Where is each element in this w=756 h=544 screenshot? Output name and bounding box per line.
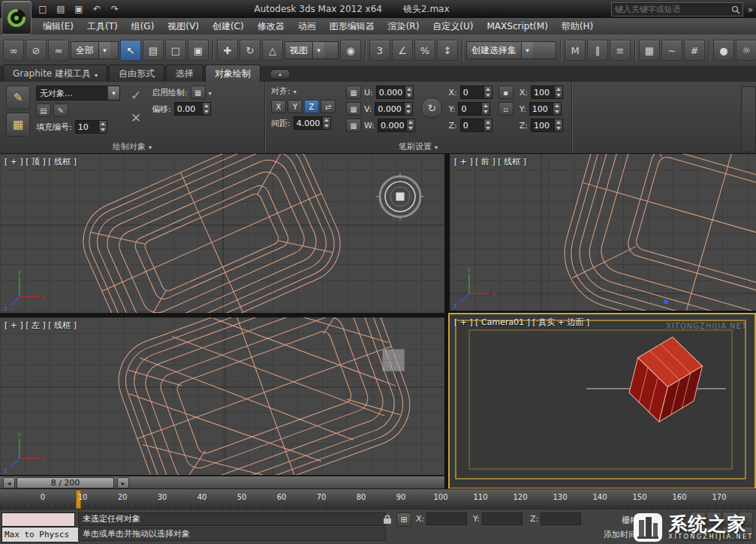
edit-object-list-icon[interactable]: ▤ xyxy=(36,104,51,117)
rotation-y-spinner[interactable]: 0 xyxy=(458,102,490,116)
maxscript-listener-field[interactable]: Max to Physcs xyxy=(2,527,80,542)
spinner-snap-icon[interactable]: ↕ xyxy=(437,40,458,61)
new-scene-icon[interactable]: □ xyxy=(35,2,51,16)
maximize-viewport-icon[interactable] xyxy=(722,527,737,541)
brush-settings-group-label[interactable]: 笔刷设置 xyxy=(265,141,571,152)
viewport-camera[interactable]: [ + ] [ Camera01 ] [ 真实 + 边面 ] XITONGZHI… xyxy=(448,313,756,489)
u-rotation-spinner[interactable]: 0.000 xyxy=(376,86,414,99)
rectangular-selection-region-icon[interactable]: □ xyxy=(165,40,186,61)
menu-help[interactable]: 帮助(H) xyxy=(555,18,600,35)
viewport-left[interactable]: [ + ] [ 左 ] [ 线框 ] xyxy=(0,317,444,475)
align-icon[interactable]: ‖ xyxy=(587,40,608,61)
select-object-icon[interactable]: ↖ xyxy=(120,40,141,61)
spinner-arrows-icon[interactable] xyxy=(554,119,562,131)
menu-group[interactable]: 组(G) xyxy=(125,18,161,35)
absolute-mode-toggle-icon[interactable]: ⊞ xyxy=(396,512,411,527)
selection-lock-icon[interactable] xyxy=(381,513,393,525)
viewport-left-label[interactable]: [ + ] [ 左 ] [ 线框 ] xyxy=(5,320,77,331)
spinner-arrows-icon[interactable] xyxy=(202,103,210,115)
angle-snap-icon[interactable]: ∠ xyxy=(392,40,413,61)
toolbar-overflow-icon[interactable]: » xyxy=(748,5,753,15)
apply-paint-icon[interactable]: ✓ xyxy=(126,86,146,105)
search-icon[interactable] xyxy=(731,5,740,14)
w-rotation-icon[interactable]: ▦ xyxy=(346,119,361,132)
menu-graph-editors[interactable]: 图形编辑器 xyxy=(323,18,381,35)
align-z-button[interactable]: Z xyxy=(304,100,319,113)
paint-fill-icon[interactable]: ▦ xyxy=(6,113,30,137)
viewport-front-label[interactable]: [ + ] [ 前 ] [ 线框 ] xyxy=(454,156,526,167)
walk-through-icon[interactable] xyxy=(738,527,753,541)
rotation-z-spinner[interactable]: 0 xyxy=(460,119,492,132)
previous-frame-icon[interactable]: ◂ xyxy=(3,477,15,488)
layer-manager-icon[interactable]: ≡ xyxy=(610,40,631,61)
viewport-front[interactable]: [ + ] [ 前 ] [ 线框 ] xyxy=(450,154,756,311)
rotation-x-spinner[interactable]: 0 xyxy=(460,86,492,99)
menu-create[interactable]: 创建(C) xyxy=(206,18,251,35)
selection-filter-dropdown[interactable]: 全部 xyxy=(71,41,119,59)
material-editor-icon[interactable]: ● xyxy=(713,40,734,61)
spinner-arrows-icon[interactable] xyxy=(98,121,107,133)
reference-coordinate-dropdown[interactable]: 视图 xyxy=(285,41,339,59)
zoom-extents-icon[interactable] xyxy=(722,512,737,526)
ribbon-minimize-button[interactable] xyxy=(270,69,291,80)
spinner-arrows-icon[interactable] xyxy=(483,119,492,131)
select-and-move-icon[interactable]: ✚ xyxy=(217,40,238,61)
pan-icon[interactable] xyxy=(691,527,706,541)
z-coordinate-field[interactable] xyxy=(541,512,581,525)
offset-spinner[interactable]: 0.00 xyxy=(174,102,211,116)
bind-to-space-warp-icon[interactable]: ≈ xyxy=(48,40,69,61)
mirror-icon[interactable]: M xyxy=(565,40,586,61)
time-slider[interactable]: ◂ 8 / 200 ▸ xyxy=(0,476,444,489)
spinner-arrows-icon[interactable] xyxy=(322,117,330,129)
menu-edit[interactable]: 编辑(E) xyxy=(36,18,80,35)
tab-freeform[interactable]: 自由形式 xyxy=(109,65,164,82)
edit-object-icon[interactable]: ✎ xyxy=(53,104,68,117)
zoom-all-icon[interactable] xyxy=(706,512,721,526)
application-menu-button[interactable] xyxy=(2,1,32,35)
snap-toggle-icon[interactable]: 3 xyxy=(369,40,390,61)
next-frame-icon[interactable]: ▸ xyxy=(117,477,129,488)
scale-lock-icon[interactable]: ▪ xyxy=(498,86,514,99)
search-input[interactable] xyxy=(611,2,743,17)
unlink-selection-icon[interactable]: ⊘ xyxy=(26,40,47,61)
fill-count-spinner[interactable]: 10 xyxy=(75,120,107,134)
w-rotation-spinner[interactable]: 0.000 xyxy=(378,119,416,132)
schematic-view-icon[interactable]: # xyxy=(684,40,705,61)
field-of-view-icon[interactable] xyxy=(738,512,753,526)
scatter-rotate-icon[interactable]: ↻ xyxy=(421,98,442,119)
spinner-arrows-icon[interactable] xyxy=(481,103,489,115)
tab-selection[interactable]: 选择 xyxy=(166,65,203,82)
u-rotation-icon[interactable]: ▦ xyxy=(346,86,361,99)
menu-views[interactable]: 视图(V) xyxy=(161,18,206,35)
zoom-icon[interactable] xyxy=(691,512,706,526)
undo-icon[interactable]: ↶ xyxy=(89,2,105,16)
select-and-rotate-icon[interactable]: ↻ xyxy=(239,40,261,61)
viewport-top-label[interactable]: [ + ] [ 顶 ] [ 线框 ] xyxy=(5,156,77,167)
time-slider-handle[interactable]: 8 / 200 xyxy=(17,477,114,488)
spinner-arrows-icon[interactable] xyxy=(554,86,562,98)
menu-customize[interactable]: 自定义(U) xyxy=(426,18,480,35)
cancel-paint-icon[interactable]: ✕ xyxy=(126,108,146,128)
menu-tools[interactable]: 工具(T) xyxy=(80,18,125,35)
add-time-tag[interactable]: 添加时间标记 xyxy=(604,529,653,540)
spinner-arrows-icon[interactable] xyxy=(405,86,413,98)
spinner-arrows-icon[interactable] xyxy=(483,86,492,98)
paint-objects-group-label[interactable]: 绘制对象 xyxy=(0,141,264,152)
paint-brush-icon[interactable]: ✎ xyxy=(6,86,30,110)
named-selection-set-dropdown[interactable]: 创建选择集 xyxy=(466,41,556,59)
scale-unlock-icon[interactable]: ▫ xyxy=(498,102,514,116)
y-coordinate-field[interactable] xyxy=(482,512,523,525)
v-rotation-icon[interactable]: ▦ xyxy=(346,102,361,116)
tab-object-paint[interactable]: 对象绘制 xyxy=(205,65,261,82)
enable-paint-button[interactable]: ▦ xyxy=(191,86,206,99)
align-x-button[interactable]: X xyxy=(271,100,286,113)
spinner-arrows-icon[interactable] xyxy=(404,103,412,115)
menu-modifiers[interactable]: 修改器 xyxy=(251,18,291,35)
scale-x-spinner[interactable]: 100 xyxy=(531,86,563,99)
menu-animation[interactable]: 动画 xyxy=(291,18,323,35)
select-by-name-icon[interactable]: ▤ xyxy=(143,40,164,61)
select-and-scale-icon[interactable]: △ xyxy=(262,40,283,61)
window-crossing-icon[interactable]: ▣ xyxy=(188,40,209,61)
scale-y-spinner[interactable]: 100 xyxy=(529,102,562,116)
spacing-spinner[interactable]: 4.000 xyxy=(294,116,332,130)
